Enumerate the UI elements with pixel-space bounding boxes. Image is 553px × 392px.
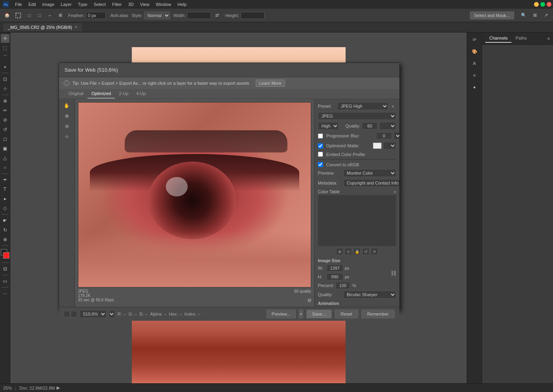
marquee-tool[interactable] bbox=[13, 11, 23, 20]
preset-menu-icon[interactable]: ≡ bbox=[390, 103, 396, 109]
menu-layer[interactable]: Layer bbox=[57, 1, 75, 8]
matte-select[interactable] bbox=[383, 142, 396, 150]
h-input[interactable] bbox=[327, 273, 343, 280]
ct-btn-2[interactable]: ⊙ bbox=[345, 248, 352, 255]
view-icon-2[interactable] bbox=[71, 311, 77, 317]
preset-select[interactable]: JPEG High bbox=[337, 102, 388, 110]
menu-file[interactable]: File bbox=[12, 1, 25, 8]
menu-view[interactable]: View bbox=[137, 1, 153, 8]
size-link-icon[interactable]: ⛓ bbox=[391, 270, 396, 276]
screen-mode-tool[interactable]: ▭ bbox=[1, 277, 10, 285]
optimized-checkbox[interactable] bbox=[318, 143, 323, 148]
tab-close-icon[interactable]: ✕ bbox=[74, 25, 78, 29]
swap-icon[interactable]: ⇄ bbox=[213, 11, 222, 20]
tool-icon-4[interactable]: ⊞ bbox=[55, 11, 65, 20]
move-tool[interactable]: ✛ bbox=[1, 34, 10, 43]
selection-tool[interactable]: ⬚ bbox=[1, 44, 10, 52]
status-select[interactable] bbox=[109, 310, 115, 318]
clone-tool[interactable]: ⊘ bbox=[1, 116, 10, 124]
dialog-zoom-out-tool[interactable]: ⊖ bbox=[63, 122, 71, 131]
brush-tool[interactable]: ✏ bbox=[1, 106, 10, 115]
text-tool[interactable]: T bbox=[1, 185, 10, 194]
save-button[interactable]: Save... bbox=[306, 310, 332, 318]
lasso-tool[interactable]: ⌒ bbox=[1, 53, 10, 62]
panel-btn-4[interactable]: ≡ bbox=[469, 70, 480, 81]
menu-edit[interactable]: Edit bbox=[25, 1, 39, 8]
panel-btn-2[interactable]: 🎨 bbox=[469, 46, 480, 57]
channels-tab[interactable]: Channels bbox=[485, 34, 511, 43]
extra-tools[interactable]: ··· bbox=[1, 289, 10, 298]
metadata-select[interactable]: Copyright and Contact Info bbox=[343, 179, 399, 187]
blur-tool[interactable]: △ bbox=[1, 154, 10, 162]
preview-modem-icon[interactable]: ▤ bbox=[308, 298, 311, 302]
hand-tool[interactable]: ☛ bbox=[1, 216, 10, 225]
gradient-tool[interactable]: ▣ bbox=[1, 144, 10, 153]
matte-color-box[interactable] bbox=[373, 143, 382, 149]
menu-3d[interactable]: 3D bbox=[125, 1, 137, 8]
eraser-tool[interactable]: ◻ bbox=[1, 135, 10, 143]
pen-tool[interactable]: ✒ bbox=[1, 175, 10, 184]
menu-window[interactable]: Window bbox=[152, 1, 174, 8]
maximize-btn[interactable] bbox=[540, 2, 545, 7]
panel-menu-icon[interactable]: ≡ bbox=[547, 36, 550, 41]
width-input[interactable] bbox=[187, 12, 211, 19]
view-icon-1[interactable] bbox=[64, 311, 70, 317]
color-table-menu-icon[interactable]: ≡ bbox=[394, 190, 396, 194]
tool-icon-1[interactable]: □ bbox=[25, 11, 34, 20]
menu-image[interactable]: Image bbox=[39, 1, 58, 8]
tool-icon-2[interactable]: □ bbox=[35, 11, 44, 20]
preview-button[interactable]: Preview... bbox=[266, 310, 296, 318]
feather-input[interactable] bbox=[86, 12, 106, 19]
heal-tool[interactable]: ⊕ bbox=[1, 97, 10, 105]
panel-btn-5[interactable]: ● bbox=[469, 82, 480, 93]
format-select[interactable]: JPEG bbox=[318, 112, 396, 120]
menu-filter[interactable]: Filter bbox=[109, 1, 125, 8]
convert-srgb-checkbox[interactable] bbox=[318, 162, 323, 167]
eyedropper-tool[interactable]: ⊹ bbox=[1, 84, 10, 93]
tab-original[interactable]: Original bbox=[65, 89, 87, 99]
quality-input[interactable] bbox=[362, 122, 378, 129]
panel-btn-1[interactable]: ⟳ bbox=[469, 34, 480, 45]
shape-tool[interactable]: ◇ bbox=[1, 204, 10, 213]
learn-more-button[interactable]: Learn More bbox=[256, 80, 285, 87]
percent-input[interactable] bbox=[336, 282, 350, 289]
progressive-checkbox[interactable] bbox=[318, 133, 323, 139]
paths-tab[interactable]: Paths bbox=[511, 34, 530, 43]
quality-select-right[interactable] bbox=[379, 122, 396, 130]
dialog-hand-tool[interactable]: ✋ bbox=[63, 101, 71, 110]
minimize-btn[interactable] bbox=[534, 2, 539, 7]
blur-input[interactable] bbox=[376, 132, 392, 139]
reset-button[interactable]: Reset bbox=[335, 310, 358, 318]
quality-level-select[interactable]: High bbox=[318, 122, 339, 130]
share-icon[interactable]: ↗ bbox=[541, 11, 551, 20]
dialog-eyedropper-tool[interactable]: ⊹ bbox=[63, 132, 71, 141]
home-icon[interactable]: 🏠 bbox=[2, 11, 12, 20]
tab-4up[interactable]: 4-Up bbox=[132, 89, 150, 99]
close-btn[interactable] bbox=[547, 2, 551, 7]
remember-button[interactable]: Remember bbox=[361, 310, 395, 318]
search-icon[interactable]: 🔍 bbox=[519, 11, 528, 20]
zoom-select[interactable]: 510,6% bbox=[80, 310, 106, 318]
w-input[interactable] bbox=[327, 265, 343, 272]
layout-icon[interactable]: ⊞ bbox=[530, 11, 540, 20]
style-select[interactable]: Normal bbox=[144, 11, 170, 19]
tab-optimized[interactable]: Optimized bbox=[87, 89, 115, 99]
quality-type-select[interactable]: Bicubic Sharper bbox=[343, 291, 396, 299]
magic-wand-tool[interactable]: ⋄ bbox=[1, 63, 10, 71]
dodge-tool[interactable]: ○ bbox=[1, 163, 10, 172]
tab-2up[interactable]: 2-Up bbox=[115, 89, 132, 99]
preview-dropdown-btn[interactable]: ▾ bbox=[299, 310, 303, 318]
history-brush-tool[interactable]: ↺ bbox=[1, 125, 10, 134]
dialog-zoom-in-tool[interactable]: ⊕ bbox=[63, 112, 71, 120]
ct-btn-1[interactable]: ⊕ bbox=[336, 248, 343, 255]
tool-icon-3[interactable]: ↔ bbox=[45, 11, 55, 20]
menu-help[interactable]: Help bbox=[175, 1, 190, 8]
ct-btn-5[interactable]: ✕ bbox=[371, 248, 378, 255]
crop-tool[interactable]: ⊡ bbox=[1, 75, 10, 84]
background-color[interactable] bbox=[3, 252, 10, 259]
height-input[interactable] bbox=[241, 12, 264, 19]
zoom-tool[interactable]: ⊕ bbox=[1, 235, 10, 244]
ct-btn-3[interactable]: 🔒 bbox=[353, 248, 361, 255]
preview-select[interactable]: Monitor Color bbox=[343, 169, 396, 177]
path-select-tool[interactable]: ▸ bbox=[1, 194, 10, 203]
